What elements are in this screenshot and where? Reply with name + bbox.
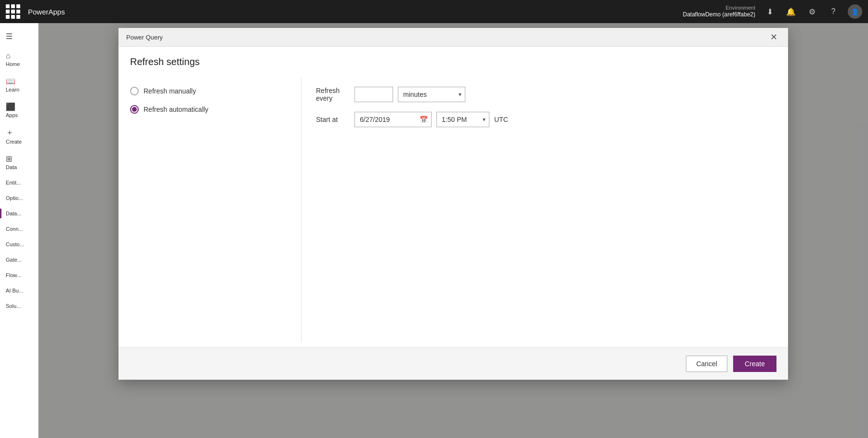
sidebar-item-flows[interactable]: Flow...	[0, 268, 38, 282]
sidebar-label-connections: Conn...	[6, 226, 23, 232]
home-icon: ⌂	[6, 52, 11, 60]
sidebar-label-custom: Custo...	[6, 241, 24, 247]
sidebar-item-entities[interactable]: Entit...	[0, 176, 38, 189]
time-select-wrapper: 1:50 PM 2:00 PM 3:00 PM ▾	[436, 112, 489, 127]
refresh-unit-select[interactable]: minutes hours days	[398, 87, 465, 102]
time-select[interactable]: 1:50 PM 2:00 PM 3:00 PM	[436, 112, 489, 127]
sidebar-item-data[interactable]: ⊞ Data	[0, 150, 38, 174]
create-button[interactable]: Create	[733, 356, 776, 372]
close-button[interactable]: ✕	[767, 32, 780, 42]
sidebar-label-gateways: Gate...	[6, 257, 22, 263]
data-icon: ⊞	[6, 154, 12, 163]
refresh-every-label: Refresh every	[316, 87, 350, 102]
sidebar-item-ai[interactable]: AI Bu...	[0, 284, 38, 297]
cancel-button[interactable]: Cancel	[686, 356, 727, 372]
avatar[interactable]: 👤	[848, 4, 862, 19]
left-panel: Refresh manually Refresh automatically	[118, 77, 302, 343]
refresh-unit-wrapper: minutes hours days ▾	[398, 87, 465, 102]
hamburger-icon: ☰	[6, 32, 13, 41]
modal-header-bar: Power Query ✕	[118, 28, 788, 47]
radio-manually[interactable]: Refresh manually	[130, 87, 289, 95]
sidebar-item-create[interactable]: ＋ Create	[0, 124, 38, 148]
settings-icon[interactable]: ⚙	[805, 5, 819, 18]
sidebar-label-learn: Learn	[6, 87, 19, 93]
sidebar-item-dataflows[interactable]: Data...	[0, 207, 38, 220]
modal-footer: Cancel Create	[118, 347, 788, 380]
notification-icon[interactable]: 🔔	[784, 5, 798, 18]
top-bar-right: Environment DataflowDemo (aref6ffabe2) ⬇…	[683, 4, 862, 19]
modal-dialog: Power Query ✕ Refresh settings Refresh m…	[118, 28, 788, 380]
sidebar-label-flows: Flow...	[6, 272, 21, 278]
sidebar-label-ai: AI Bu...	[6, 288, 23, 293]
start-at-label: Start at	[316, 116, 350, 123]
sidebar: ☰ ⌂ Home 📖 Learn ⬛ Apps ＋ Create ⊞ Data …	[0, 23, 39, 438]
radio-automatically[interactable]: Refresh automatically	[130, 105, 289, 114]
refresh-every-input[interactable]	[355, 87, 393, 102]
radio-automatically-label: Refresh automatically	[144, 106, 209, 113]
utc-label: UTC	[494, 116, 508, 123]
refresh-every-row: Refresh every minutes hours days ▾	[316, 87, 774, 102]
modal-title: Refresh settings	[130, 56, 776, 67]
sidebar-item-home[interactable]: ⌂ Home	[0, 48, 38, 71]
modal-body-title: Refresh settings	[118, 47, 788, 72]
date-input-wrapper: 📅	[355, 112, 432, 127]
modal-content-area: Refresh manually Refresh automatically R…	[118, 72, 788, 347]
sidebar-label-data: Data	[6, 164, 17, 170]
main-content: Power Query ✕ Refresh settings Refresh m…	[39, 23, 868, 438]
modal-overlay: Power Query ✕ Refresh settings Refresh m…	[39, 23, 868, 438]
sidebar-item-solutions[interactable]: Solu...	[0, 299, 38, 313]
help-icon[interactable]: ?	[827, 5, 840, 18]
sidebar-item-gateways[interactable]: Gate...	[0, 253, 38, 266]
sidebar-label-create: Create	[6, 139, 22, 145]
sidebar-item-options[interactable]: Optio...	[0, 191, 38, 205]
right-panel: Refresh every minutes hours days ▾	[302, 77, 788, 343]
radio-manually-label: Refresh manually	[144, 87, 196, 95]
sidebar-item-connections[interactable]: Conn...	[0, 222, 38, 236]
sidebar-label-dataflows: Data...	[6, 211, 21, 216]
download-icon[interactable]: ⬇	[763, 5, 776, 18]
sidebar-label-home: Home	[6, 61, 20, 67]
create-icon: ＋	[6, 128, 13, 138]
environment-name: DataflowDemo (aref6ffabe2)	[683, 11, 755, 19]
sidebar-label-entities: Entit...	[6, 180, 21, 186]
sidebar-label-options: Optio...	[6, 195, 23, 201]
learn-icon: 📖	[6, 77, 15, 86]
environment-label: Environment	[725, 4, 755, 11]
date-input[interactable]	[355, 112, 432, 127]
sidebar-label-solutions: Solu...	[6, 303, 21, 309]
start-at-row: Start at 📅 1:50 PM 2:00 PM 3:00 PM ▾	[316, 112, 774, 127]
sidebar-item-apps[interactable]: ⬛ Apps	[0, 98, 38, 122]
radio-manually-circle[interactable]	[130, 87, 139, 95]
sidebar-label-apps: Apps	[6, 112, 18, 118]
sidebar-item-hamburger[interactable]: ☰	[0, 28, 38, 46]
modal-header-title: Power Query	[126, 34, 163, 41]
sidebar-item-custom[interactable]: Custo...	[0, 238, 38, 251]
environment-info: Environment DataflowDemo (aref6ffabe2)	[683, 4, 755, 19]
radio-automatically-circle[interactable]	[130, 105, 139, 114]
sidebar-item-learn[interactable]: 📖 Learn	[0, 73, 38, 96]
waffle-icon[interactable]	[6, 4, 20, 19]
apps-icon: ⬛	[6, 102, 15, 111]
top-bar: PowerApps Environment DataflowDemo (aref…	[0, 0, 868, 23]
app-title: PowerApps	[28, 8, 65, 16]
